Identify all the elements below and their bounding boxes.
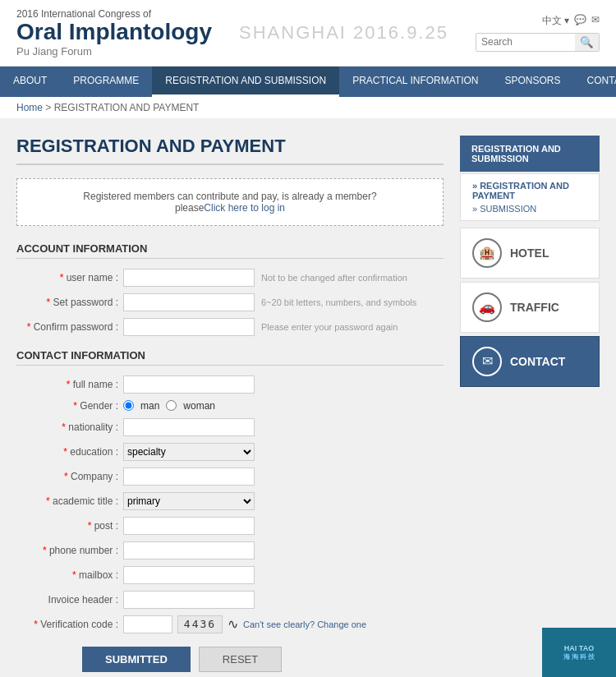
account-section-title: ACCOUNT INFORMATION (16, 242, 444, 259)
header: 2016 International Congress of Oral Impl… (0, 0, 616, 67)
post-input[interactable] (123, 517, 255, 535)
sidebar-card-hotel[interactable]: 🏨 HOTEL (460, 228, 600, 279)
mailbox-label: * mailbox : (16, 569, 123, 581)
captcha-image: 4436 (177, 615, 223, 633)
search-button[interactable]: 🔍 (575, 34, 599, 51)
captcha-noise: ∿ (228, 616, 238, 632)
form-row-invoice: Invoice header : (16, 591, 444, 609)
confirm-password-label: * Confirm password : (16, 321, 123, 333)
education-label: * education : (16, 446, 123, 458)
form-row-mailbox: * mailbox : (16, 566, 444, 584)
form-row-gender: * Gender : man woman (16, 400, 444, 412)
fullname-input[interactable] (123, 375, 255, 394)
header-branding: 2016 International Congress of Oral Impl… (16, 8, 212, 58)
sidebar-title: REGISTRATION AND SUBMISSION (460, 136, 600, 172)
header-right: 中文 ▾ 💬 ✉ 🔍 (476, 14, 600, 52)
breadcrumb-separator: > (45, 102, 53, 113)
company-label: * Company : (16, 471, 123, 482)
corner-logo: HAI TAO 海 淘 科 技 (542, 628, 616, 677)
page-title: REGISTRATION AND PAYMENT (16, 136, 444, 165)
captcha-label: * Verification code : (16, 619, 123, 630)
login-link[interactable]: Click here to log in (204, 202, 285, 214)
nav-registration[interactable]: REGISTRATION AND SUBMISSION (152, 67, 339, 97)
submit-button[interactable]: SUBMITTED (82, 647, 191, 672)
captcha-refresh-link[interactable]: Can't see clearly? Change one (243, 619, 366, 629)
nationality-label: * nationality : (16, 421, 123, 433)
form-row-username: * user name : Not to be changed after co… (16, 269, 444, 287)
contact-section: CONTACT INFORMATION * full name : * Gend… (16, 349, 444, 633)
traffic-icon: 🚗 (472, 292, 502, 322)
header-line1: 2016 International Congress of (16, 8, 212, 20)
confirm-password-hint: Please enter your password again (261, 322, 398, 332)
search-input[interactable] (476, 34, 575, 51)
lang-icon[interactable]: 中文 ▾ (542, 14, 569, 28)
header-center-text: SHANGHAI 2016.9.25 (239, 22, 448, 44)
form-row-education: * education : specialty (16, 443, 444, 461)
form-row-company: * Company : (16, 467, 444, 486)
password-hint: 6~20 bit letters, numbers, and symbols (261, 297, 416, 307)
gender-woman-radio[interactable] (166, 400, 177, 411)
education-select[interactable]: specialty (123, 443, 255, 461)
gender-label: * Gender : (16, 400, 123, 412)
wechat-icon[interactable]: 💬 (574, 14, 586, 28)
nav-programme[interactable]: PROGRAMME (60, 67, 152, 97)
search-box[interactable]: 🔍 (476, 33, 600, 52)
form-row-fullname: * full name : (16, 375, 444, 394)
header-subtitle: Pu Jiang Forum (16, 45, 212, 58)
form-row-academic-title: * academic title : primary (16, 492, 444, 510)
academic-title-select[interactable]: primary (123, 492, 255, 510)
nationality-input[interactable] (123, 418, 255, 436)
gender-woman-label: woman (183, 400, 215, 412)
nav-practical[interactable]: PRACTICAL INFORMATION (339, 67, 491, 97)
form-row-password: * Set password : 6~20 bit letters, numbe… (16, 293, 444, 311)
breadcrumb-current: REGISTRATION AND PAYMENT (54, 102, 200, 113)
sidebar-links: » REGISTRATION AND PAYMENT » SUBMISSION (460, 173, 600, 221)
traffic-label: TRAFFIC (510, 301, 559, 314)
form-row-phone: * phone number : (16, 541, 444, 560)
sidebar-link-submission[interactable]: » SUBMISSION (472, 204, 587, 214)
company-input[interactable] (123, 467, 255, 486)
sidebar-link-registration[interactable]: » REGISTRATION AND PAYMENT (472, 181, 587, 200)
gender-man-label: man (140, 400, 159, 412)
notice-box: Registered members can contribute and pa… (16, 178, 444, 226)
password-input[interactable] (123, 293, 255, 311)
form-buttons: SUBMITTED RESET (16, 647, 444, 672)
form-row-nationality: * nationality : (16, 418, 444, 436)
form-row-post: * post : (16, 517, 444, 535)
header-main-title: Oral Implantology (16, 20, 212, 45)
sidebar-card-traffic[interactable]: 🚗 TRAFFIC (460, 282, 600, 333)
username-input[interactable] (123, 269, 255, 287)
main-layout: REGISTRATION AND PAYMENT Registered memb… (0, 119, 616, 677)
contact-icon: ✉ (472, 347, 502, 376)
captcha-input[interactable] (123, 615, 172, 633)
form-row-captcha: * Verification code : 4436 ∿ Can't see c… (16, 615, 444, 633)
password-label: * Set password : (16, 297, 123, 308)
academic-title-label: * academic title : (16, 495, 123, 507)
sidebar-card-contact[interactable]: ✉ CONTACT (460, 336, 600, 387)
phone-label: * phone number : (16, 545, 123, 556)
breadcrumb-home[interactable]: Home (16, 102, 43, 113)
contact-section-title: CONTACT INFORMATION (16, 349, 444, 366)
account-section: ACCOUNT INFORMATION * user name : Not to… (16, 242, 444, 336)
phone-input[interactable] (123, 541, 255, 560)
mailbox-input[interactable] (123, 566, 255, 584)
username-label: * user name : (16, 272, 123, 283)
sidebar: REGISTRATION AND SUBMISSION » REGISTRATI… (460, 136, 600, 672)
content-area: REGISTRATION AND PAYMENT Registered memb… (16, 136, 444, 672)
confirm-password-input[interactable] (123, 318, 255, 336)
nav-contact[interactable]: CONTACT (574, 67, 616, 97)
notice-text1: Registered members can contribute and pa… (34, 191, 426, 202)
hotel-icon: 🏨 (472, 238, 502, 268)
reset-button[interactable]: RESET (199, 647, 282, 672)
nav-about[interactable]: ABOUT (0, 67, 60, 97)
invoice-input[interactable] (123, 591, 255, 609)
breadcrumb: Home > REGISTRATION AND PAYMENT (0, 97, 616, 119)
email-icon[interactable]: ✉ (591, 14, 600, 28)
nav-sponsors[interactable]: SPONSORS (492, 67, 574, 97)
form-row-confirm-password: * Confirm password : Please enter your p… (16, 318, 444, 336)
fullname-label: * full name : (16, 379, 123, 390)
notice-text2: pleaseClick here to log in (34, 202, 426, 214)
post-label: * post : (16, 520, 123, 532)
gender-man-radio[interactable] (123, 400, 134, 411)
header-icons: 中文 ▾ 💬 ✉ (542, 14, 600, 28)
